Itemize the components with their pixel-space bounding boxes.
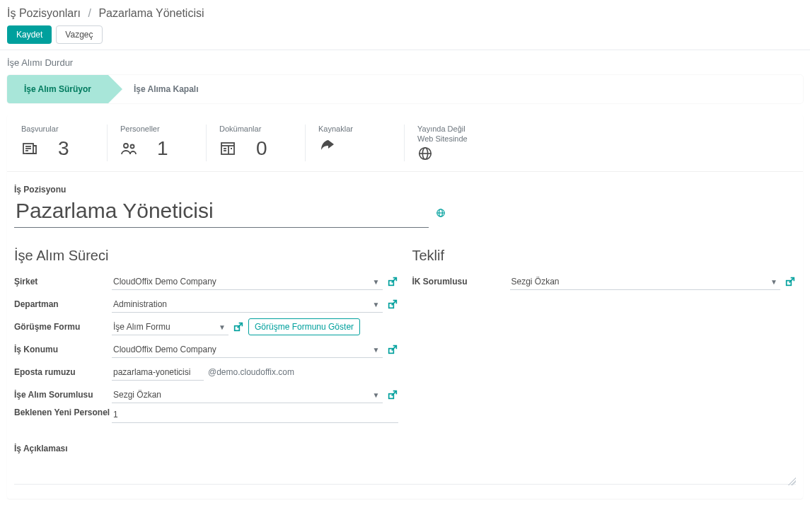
breadcrumb-current: Pazarlama Yöneticisi: [98, 7, 204, 19]
stat-applications[interactable]: Başvurular 3: [8, 125, 108, 161]
hr-responsible-external-link-icon[interactable]: [785, 276, 796, 287]
job-description-label: İş Açıklaması: [14, 444, 796, 453]
svg-rect-6: [221, 143, 234, 154]
recruiter-select[interactable]: Sezgi Özkan: [112, 387, 383, 403]
job-location-external-link-icon[interactable]: [387, 344, 398, 355]
stat-documents[interactable]: Dokümanlar 0: [207, 125, 306, 161]
company-label: Şirket: [14, 277, 112, 287]
job-location-label: İş Konumu: [14, 345, 112, 354]
stat-value: 1: [157, 137, 168, 160]
hr-responsible-select[interactable]: Sezgi Özkan: [510, 274, 781, 290]
breadcrumb-separator: /: [88, 7, 91, 19]
stat-label: Dokümanlar: [219, 125, 292, 133]
stat-value: 0: [256, 137, 267, 160]
expected-new-label: Beklenen Yeni Personel: [14, 407, 112, 419]
stat-label: Personeller: [120, 125, 193, 133]
recruiter-external-link-icon[interactable]: [387, 389, 398, 400]
status-tabs: İşe Alım Sürüyor İşe Alıma Kapalı: [7, 75, 803, 103]
department-external-link-icon[interactable]: [387, 299, 398, 310]
svg-point-5: [131, 145, 134, 149]
document-icon: [219, 140, 236, 157]
hr-responsible-label: İK Sorumlusu: [412, 277, 510, 287]
company-external-link-icon[interactable]: [387, 276, 398, 287]
department-select[interactable]: Administration: [112, 296, 383, 313]
interview-form-external-link-icon[interactable]: [233, 321, 244, 332]
department-label: Departman: [14, 299, 112, 309]
tab-label: İşe Alıma Kapalı: [134, 84, 199, 94]
stat-publish[interactable]: Yayında Değil Web Sitesinde: [405, 125, 480, 161]
tab-label: İşe Alım Sürüyor: [24, 84, 91, 94]
recruiter-label: İşe Alım Sorumlusu: [14, 390, 112, 400]
discard-button[interactable]: Vazgeç: [56, 25, 102, 44]
publish-status: Yayında Değil: [417, 125, 468, 133]
email-alias-suffix: @demo.cloudoffix.com: [208, 367, 294, 377]
position-title-input[interactable]: [14, 197, 429, 228]
stats-row: Başvurular 3 Personeller: [7, 115, 803, 172]
stat-label: Kaynaklar: [318, 125, 391, 133]
tab-recruitment-open[interactable]: İşe Alım Sürüyor: [7, 75, 108, 103]
publish-where: Web Sitesinde: [417, 134, 468, 143]
expected-new-input[interactable]: [112, 407, 398, 423]
email-alias-input[interactable]: [112, 364, 204, 381]
interview-form-label: Görüşme Formu: [14, 322, 112, 332]
svg-point-4: [124, 144, 128, 148]
translate-globe-icon[interactable]: [436, 208, 446, 218]
tab-recruitment-closed[interactable]: İşe Alıma Kapalı: [108, 75, 216, 103]
section-recruitment-title: İşe Alım Süreci: [14, 248, 398, 264]
stat-label: Başvurular: [21, 125, 94, 133]
globe-icon: [417, 146, 468, 161]
company-select[interactable]: CloudOffix Demo Company: [112, 274, 383, 290]
job-location-select[interactable]: CloudOffix Demo Company: [112, 342, 383, 358]
section-offer-title: Teklif: [412, 248, 797, 264]
resize-handle-icon[interactable]: [787, 477, 796, 485]
newspaper-icon: [21, 140, 38, 157]
job-description-textarea[interactable]: [14, 458, 796, 485]
breadcrumb-parent[interactable]: İş Pozisyonları: [7, 7, 81, 19]
stat-sources[interactable]: Kaynaklar: [306, 125, 405, 161]
stop-recruitment-link[interactable]: İşe Alımı Durdur: [7, 57, 73, 68]
people-icon: [120, 140, 137, 157]
position-label: İş Pozisyonu: [14, 185, 796, 195]
interview-form-select[interactable]: İşe Alım Formu: [112, 319, 228, 335]
breadcrumb: İş Pozisyonları / Pazarlama Yöneticisi: [7, 7, 803, 20]
save-button[interactable]: Kaydet: [7, 25, 52, 44]
share-arrow-icon: [318, 137, 335, 154]
stat-employees[interactable]: Personeller 1: [108, 125, 207, 161]
show-interview-form-button[interactable]: Görüşme Formunu Göster: [248, 318, 360, 335]
email-alias-label: Eposta rumuzu: [14, 367, 112, 377]
stat-value: 3: [58, 137, 69, 160]
